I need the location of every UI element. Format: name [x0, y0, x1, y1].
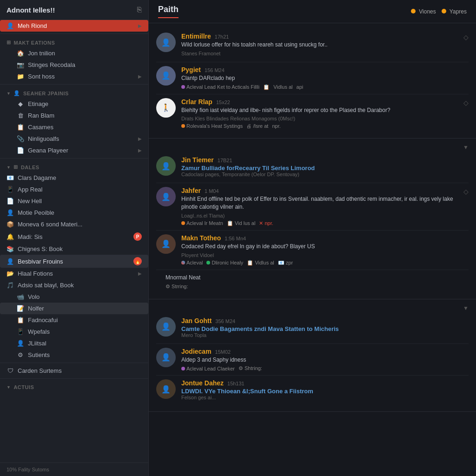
badge-madi: P — [133, 232, 142, 241]
sidebar-item-jliitsal[interactable]: 👤 JLiitsal — [0, 337, 148, 349]
avatar-jan: 👤 — [156, 317, 176, 337]
sidebar-item-geana[interactable]: 📄 Geana Playeer ▶ — [0, 145, 148, 156]
bookmark-icon-2[interactable]: ◇ — [463, 98, 469, 106]
tag-1: Acleval Ir Meatn — [181, 220, 223, 226]
avatar-makn: 👤 — [156, 234, 176, 254]
chevron-right-icon: ▶ — [138, 136, 142, 141]
feed-tags-jahfer: Acleval Ir Meatn 📋 Vid lus al ✕ npr. — [181, 220, 458, 226]
bookmark-icon[interactable]: ◇ — [463, 33, 469, 41]
feed-link-jan[interactable]: Camte Dodie Bagaments zndi Mava Statten … — [181, 325, 469, 332]
dales-icon: ⊞ — [13, 164, 18, 170]
sidebar-item-madi[interactable]: 🔔 Madi: Sis P — [0, 230, 148, 243]
sidebar-item-adsio[interactable]: 🎵 Adsio sat blayl, Book — [0, 279, 148, 291]
sidebar-item-chignes[interactable]: 📚 Chignes S: Book — [0, 243, 148, 255]
feed-item-mnormal: Mnormal Neat ⚙ Strring: — [156, 270, 469, 293]
feed-link-jontue[interactable]: LDWDI. VYe Thioean &l;Snuft Gone a Fiist… — [181, 388, 469, 395]
sidebar-item-motie[interactable]: 👤 Motie Peoible — [0, 207, 148, 218]
avatar-jahfer: 👤 — [156, 187, 176, 206]
feed-item-jodiecam: 👤 Jodiecam 15M02 Aldep 3 and Saphy idnes… — [156, 344, 469, 376]
feed-name: Jontue Dahez — [181, 379, 224, 387]
sidebar-item-top[interactable]: 👤 Meh Riond ▶ — [0, 20, 148, 32]
chevron-right-icon: ▶ — [138, 74, 142, 79]
sidebar-item-ninlig[interactable]: 📎 Ninliguoalfs ▶ — [0, 133, 148, 145]
feed-group-2: ▼ 👤 Jin Tiemer 17B21 Zamur Bulliade forR… — [149, 139, 476, 299]
share-icon[interactable]: ⎘ — [137, 6, 142, 14]
sidebar-item-sutients[interactable]: ⚙ Sutients — [0, 349, 148, 361]
sidebar-item-nolfer[interactable]: 📝 Nolfer — [0, 303, 148, 314]
feed-time: 17h21 — [215, 34, 229, 40]
status-viones: Viones — [411, 8, 436, 15]
sidebar-item-sont[interactable]: 📁 Sont hoss ▶ — [0, 71, 148, 82]
sidebar-item-wpefals[interactable]: 📱 Wpefals — [0, 326, 148, 337]
feed-body-jin: Jin Tiemer 17B21 Zamur Bulliade forRecea… — [181, 156, 469, 179]
sidebar-item-newhell[interactable]: 📄 New Hell — [0, 195, 148, 207]
feed-header-jontue: Jontue Dahez 15h131 — [181, 379, 469, 387]
sidebar-item-volo[interactable]: 📹 Volo — [0, 291, 148, 303]
expand-group-icon-2[interactable]: ▼ — [463, 305, 469, 311]
feed-subtext: Drats Kles Blindades Relionas Monagoms (… — [181, 116, 458, 121]
feed-tags-pygiet: Acleval Lead Ket to Acticals Fillli 📋 Vi… — [181, 84, 469, 90]
gear-icon: ⚙ — [17, 351, 24, 358]
feed-text: Mnormal Neat — [165, 274, 469, 282]
section-dales-header[interactable]: ▼ ⊞ Dales — [0, 160, 148, 172]
expand-group-icon[interactable]: ▼ — [463, 144, 469, 151]
sidebar-item-fadnoc[interactable]: 📋 Fadnocafui — [0, 314, 148, 326]
feed-header-jan: Jan Gohtt 356 M24 — [181, 317, 469, 324]
section-actuis-header[interactable]: ▼ Actuis — [0, 381, 148, 392]
item-label: Madi: Sis — [18, 233, 130, 240]
feed-time: 1:56 Mn4 — [225, 236, 246, 241]
sidebar-item-jon[interactable]: 🏠 Jon tnilion — [0, 47, 148, 59]
feed-name: Crlar Rlap — [181, 98, 212, 106]
bell-icon: 🔔 — [7, 233, 14, 240]
feed-link[interactable]: Zamur Bulliade forRecearry Til Series Li… — [181, 165, 469, 172]
item-label: Carden Surtems — [18, 367, 142, 374]
item-label: Stinges Recodala — [28, 61, 142, 68]
feed-body-jahfer: Jahfer 1 M04 Hinhit End offline ted be p… — [181, 187, 458, 226]
bookmark-icon-3[interactable]: ◇ — [463, 187, 469, 195]
sidebar-item-hlaal[interactable]: 📂 Hlaal Fotions ▶ — [0, 268, 148, 279]
section-seaher-header[interactable]: ▼ 👤 Seaher Jpainis — [0, 86, 148, 98]
sidebar-item-ran[interactable]: 🗑 Ran Blam — [0, 110, 148, 121]
item-label: JLiitsal — [28, 340, 142, 347]
feed-body-entimillre: Entimillre 17h21 Wild lorluse offer for … — [181, 33, 458, 58]
sidebar-item-besbivar[interactable]: 👤 Besbivar Frouins 🔥 — [0, 255, 148, 268]
tag-3: Vidlus al — [273, 84, 292, 90]
item-label: Moneva 6 sond Materi... — [18, 221, 142, 228]
feed-text: Biehlty fion iast vielday and ilbe- nish… — [181, 106, 458, 114]
sidebar-item-app[interactable]: 📱 App Real — [0, 184, 148, 195]
section-makt-header[interactable]: ⊞ Makt eations — [0, 36, 148, 47]
sidebar-item-casames[interactable]: 📋 Casames — [0, 121, 148, 133]
feed-tags-crlar: Rolevala's Heat Systings 🖨 /lsre at npr. — [181, 123, 458, 129]
item-label: Jon tnilion — [28, 50, 142, 57]
item-label: Etinage — [28, 100, 142, 107]
sidebar-item-stinges[interactable]: 📷 Stinges Recodala — [0, 59, 148, 71]
divider-5 — [0, 378, 148, 379]
feed-body-mnormal: Mnormal Neat ⚙ Strring: — [165, 274, 469, 290]
mobile-icon: 📱 — [7, 186, 14, 193]
tag-1: Acleval Lead Ket to Acticals Fillli — [181, 84, 259, 90]
feed-name: Makn Totheo — [181, 234, 221, 242]
sidebar-item-moneva[interactable]: 📦 Moneva 6 sond Materi... — [0, 218, 148, 230]
person-icon: 👤 — [7, 258, 14, 265]
photo-icon: 📷 — [17, 61, 24, 68]
item-label: App Real — [18, 186, 142, 193]
feed-subtext-jontue: Felson ges ai... — [181, 395, 469, 400]
tag-1: Rolevala's Heat Systings — [181, 123, 243, 129]
item-label: Clars Dagame — [18, 174, 142, 181]
avatar-jodiecam: 👤 — [156, 348, 176, 367]
section-label: Seaher Jpainis — [23, 91, 69, 96]
tag-dot-multi — [181, 261, 185, 264]
sidebar-item-carden[interactable]: 🛡 Carden Surtems — [0, 365, 148, 377]
main-content: 👤 Entimillre 17h21 Wild lorluse offer fo… — [149, 23, 476, 476]
feed-header-entimillre: Entimillre 17h21 — [181, 33, 458, 40]
feed-subtext: Cadoclasi pages, Temporanite (Oelor DP. … — [181, 172, 469, 177]
sidebar-item-etinage[interactable]: ◆ Etinage — [0, 98, 148, 110]
list-icon: 📋 — [17, 317, 24, 324]
feed-tags-makn: Acleval Dlironic Healy 📋 Vidlus al 📧 zpr — [181, 260, 469, 266]
item-label: Sont hoss — [28, 73, 134, 80]
feed-header-jodiecam: Jodiecam 15M02 — [181, 348, 469, 355]
feed-item-crlar: 🚶 Crlar Rlap 15x22 Biehlty fion iast vie… — [156, 94, 469, 133]
expand-arrow-icon: ▼ — [7, 91, 11, 96]
sidebar-item-clars[interactable]: 📧 Clars Dagame — [0, 172, 148, 184]
chevron-right-icon: ▶ — [138, 148, 142, 153]
